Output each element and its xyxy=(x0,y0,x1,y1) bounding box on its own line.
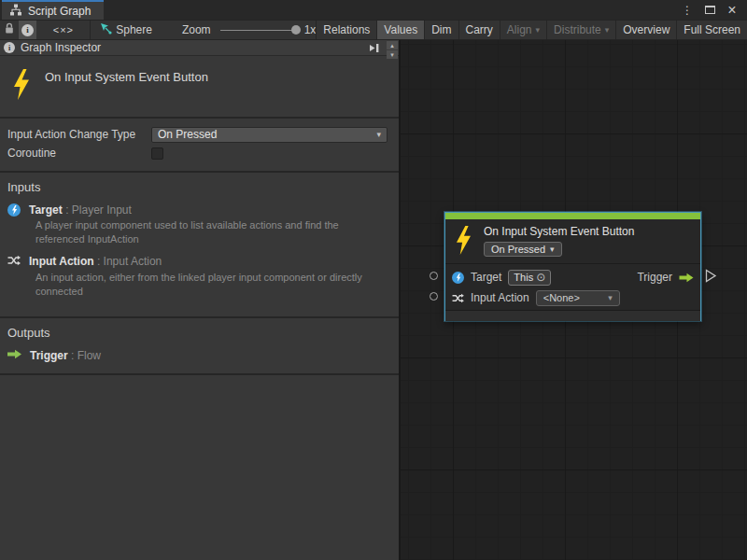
visual-scripting-window: Script Graph ⋮ × i <×> xyxy=(0,0,747,560)
inspector-header-title: Graph Inspector xyxy=(21,41,101,54)
outputs-section: Outputs Trigger : Flow xyxy=(0,318,399,375)
graph-pointer-icon xyxy=(100,22,112,37)
chevron-down-icon: ▾ xyxy=(376,130,381,139)
scroll-down-button[interactable]: ▾ xyxy=(387,50,398,59)
lock-icon xyxy=(4,22,15,37)
change-type-value: On Pressed xyxy=(158,128,217,141)
port-description: A player input component used to list av… xyxy=(35,218,373,247)
trigger-arrow-icon xyxy=(7,349,21,362)
values-button[interactable]: Values xyxy=(376,21,424,39)
toolbar-right-group: Relations Values Dim Carry Align ▾ Distr… xyxy=(316,21,747,39)
node-body: Target This ⊙ Trigger xyxy=(445,263,700,310)
overview-label: Overview xyxy=(623,23,669,36)
input-action-port-row: Input Action <None> ▾ xyxy=(452,287,694,308)
input-action-icon xyxy=(7,255,21,269)
window-menu-button[interactable]: ⋮ xyxy=(678,2,697,19)
code-view-button[interactable]: <×> xyxy=(36,21,90,39)
overview-button[interactable]: Overview xyxy=(615,21,676,39)
input-action-icon xyxy=(452,293,464,303)
target-port-icon xyxy=(7,203,21,217)
event-bolt-icon xyxy=(11,69,31,104)
coroutine-label: Coroutine xyxy=(7,147,151,160)
type-separator: : xyxy=(94,255,104,268)
info-icon: i xyxy=(21,24,34,36)
trigger-port-label: Trigger xyxy=(637,271,672,284)
full-screen-button[interactable]: Full Screen xyxy=(676,21,747,39)
code-icon: <×> xyxy=(53,24,74,35)
zoom-value: 1x xyxy=(304,23,317,36)
input-action-value: <None> xyxy=(543,292,580,303)
output-doc-trigger: Trigger : Flow xyxy=(7,349,389,362)
full-screen-label: Full Screen xyxy=(684,23,740,36)
port-description: An input action, either from the linked … xyxy=(35,271,373,300)
zoom-slider[interactable] xyxy=(220,30,297,31)
input-action-input-port[interactable] xyxy=(430,292,438,301)
coroutine-row: Coroutine xyxy=(7,144,388,162)
target-object-value: This xyxy=(514,272,533,283)
distribute-label: Distribute xyxy=(554,23,601,36)
graph-owner-button[interactable]: Sphere xyxy=(91,21,162,39)
values-label: Values xyxy=(384,23,417,36)
event-node-color-strip xyxy=(445,213,700,219)
node-footer xyxy=(445,310,700,321)
event-node[interactable]: On Input System Event Button On Pressed … xyxy=(444,212,701,321)
node-mode-value: On Pressed xyxy=(491,244,545,255)
zoom-control: Zoom 1x xyxy=(182,21,316,39)
target-input-port[interactable] xyxy=(430,272,438,280)
inspector-toggle-button[interactable]: i xyxy=(19,21,37,39)
port-name: Target xyxy=(29,203,63,217)
dim-button[interactable]: Dim xyxy=(424,21,458,39)
trigger-arrow-icon xyxy=(679,273,694,283)
chevron-down-icon: ▾ xyxy=(608,293,613,302)
close-button[interactable]: × xyxy=(723,2,741,19)
align-button[interactable]: Align ▾ xyxy=(500,21,546,39)
input-doc-input-action: Input Action : Input Action An input act… xyxy=(7,255,389,300)
target-port-row: Target This ⊙ Trigger xyxy=(452,267,694,287)
distribute-button[interactable]: Distribute ▾ xyxy=(546,21,615,39)
input-action-dropdown[interactable]: <None> ▾ xyxy=(536,290,620,306)
input-doc-target: Target : Player Input A player input com… xyxy=(7,203,389,247)
input-action-port-label: Input Action xyxy=(471,291,529,304)
tab-script-graph[interactable]: Script Graph xyxy=(2,0,104,20)
unit-title-block: On Input System Event Button xyxy=(0,56,399,119)
tab-bar: Script Graph ⋮ × xyxy=(0,0,747,20)
unit-title: On Input System Event Button xyxy=(45,67,208,84)
maximize-button[interactable] xyxy=(700,2,719,19)
node-title: On Input System Event Button xyxy=(484,224,634,238)
carry-button[interactable]: Carry xyxy=(458,21,500,39)
inputs-section: Inputs Target : Player Input A player in… xyxy=(0,173,399,318)
coroutine-checkbox[interactable] xyxy=(151,147,163,160)
port-type: Input Action xyxy=(104,255,162,268)
event-bolt-icon xyxy=(454,226,472,259)
dock-panel-button[interactable] xyxy=(369,43,380,53)
port-type: Player Input xyxy=(72,203,132,217)
type-separator: : xyxy=(68,349,78,362)
unit-settings: Input Action Change Type On Pressed ▾ Co… xyxy=(0,119,399,173)
port-type: Flow xyxy=(78,349,101,362)
change-type-label: Input Action Change Type xyxy=(7,128,151,141)
node-mode-dropdown[interactable]: On Pressed ▾ xyxy=(484,242,562,257)
inspector-header: i Graph Inspector xyxy=(0,40,399,56)
graph-canvas[interactable]: On Input System Event Button On Pressed … xyxy=(401,40,747,560)
script-graph-icon xyxy=(9,4,22,19)
node-header: On Input System Event Button On Pressed … xyxy=(445,219,700,263)
maximize-icon xyxy=(705,6,715,14)
inspector-empty-area xyxy=(0,375,399,560)
scroll-up-button[interactable]: ▴ xyxy=(387,41,398,49)
tab-label: Script Graph xyxy=(28,5,91,18)
dim-label: Dim xyxy=(431,23,451,36)
object-picker-icon[interactable]: ⊙ xyxy=(536,271,545,284)
port-name: Input Action xyxy=(29,255,94,268)
inspector-scrollbar: ▴ ▾ xyxy=(387,41,398,59)
graph-toolbar: i <×> Sphere Zoom 1x Relations xyxy=(0,20,747,40)
change-type-dropdown[interactable]: On Pressed ▾ xyxy=(151,127,388,143)
inputs-section-title: Inputs xyxy=(7,180,389,194)
change-type-row: Input Action Change Type On Pressed ▾ xyxy=(7,125,388,144)
trigger-output-port[interactable] xyxy=(705,269,717,287)
align-label: Align xyxy=(507,23,532,36)
lock-button[interactable] xyxy=(0,21,19,39)
relations-button[interactable]: Relations xyxy=(316,21,376,39)
zoom-label: Zoom xyxy=(182,23,211,36)
target-object-field[interactable]: This ⊙ xyxy=(508,270,551,286)
zoom-slider-handle[interactable] xyxy=(291,25,301,35)
